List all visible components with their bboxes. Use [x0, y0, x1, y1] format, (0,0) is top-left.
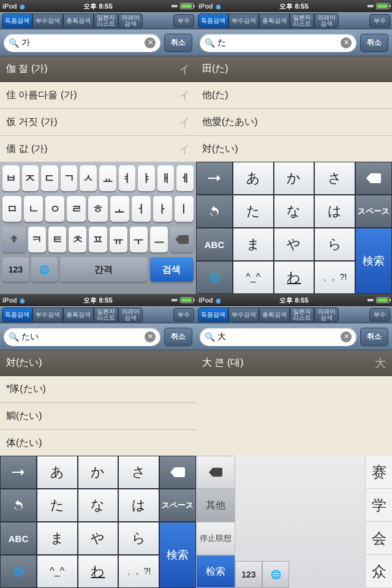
radical-button[interactable]: 부수	[173, 14, 194, 28]
key[interactable]: ㅊ	[69, 227, 86, 252]
key[interactable]: ㅕ	[119, 165, 136, 191]
key[interactable]: ら	[314, 228, 355, 261]
key[interactable]: た	[233, 195, 274, 228]
backspace-key[interactable]	[355, 162, 392, 195]
search-input[interactable]	[21, 38, 145, 48]
key[interactable]: ㅛ	[99, 165, 116, 191]
tab-loanword[interactable]: 외래어 검색	[118, 13, 143, 28]
key[interactable]: ^_^	[37, 555, 78, 588]
search-key[interactable]: 検索	[159, 522, 196, 588]
undo-key[interactable]	[196, 195, 233, 228]
tab-jp-list[interactable]: 일본자 리스트	[290, 307, 314, 322]
key[interactable]: ㅎ	[88, 196, 107, 222]
key[interactable]: な	[78, 489, 119, 522]
candidate[interactable]: 赛	[365, 456, 392, 489]
key[interactable]: さ	[118, 456, 159, 489]
key[interactable]: ㅋ	[28, 227, 46, 252]
key[interactable]: ㅁ	[2, 196, 21, 222]
search-input[interactable]	[217, 332, 341, 342]
candidate[interactable]: 众	[365, 555, 392, 588]
undo-key[interactable]	[0, 489, 37, 522]
key[interactable]: な	[274, 195, 315, 228]
clear-icon[interactable]: ✕	[341, 37, 352, 48]
key[interactable]: ㅣ	[175, 196, 194, 222]
space-key[interactable]: 간격	[60, 257, 148, 282]
key[interactable]: あ	[233, 162, 274, 195]
tab-radical-search[interactable]: 부수검색	[228, 13, 259, 28]
key[interactable]: ま	[37, 522, 78, 555]
key[interactable]: は	[118, 489, 159, 522]
tab-reading-search[interactable]: 독음검색	[198, 13, 228, 28]
key[interactable]: ㅌ	[48, 227, 66, 252]
search-key[interactable]: 检索	[196, 555, 235, 588]
tab-loanword[interactable]: 외래어 검색	[118, 307, 143, 322]
tab-reading-search[interactable]: 독음검색	[2, 13, 32, 28]
search-key[interactable]: 検索	[355, 228, 392, 294]
key[interactable]: か	[78, 456, 119, 489]
key[interactable]: ら	[118, 522, 159, 555]
backspace-key[interactable]	[159, 456, 196, 489]
key[interactable]: わ	[274, 261, 315, 294]
search-input[interactable]	[21, 332, 145, 342]
cancel-button[interactable]: 취소	[360, 328, 388, 346]
search-input[interactable]	[217, 38, 341, 48]
key[interactable]: 、。?!	[118, 555, 159, 588]
num-key[interactable]: 123	[2, 257, 29, 282]
globe-key[interactable]: 🌐	[262, 561, 289, 588]
tab-stroke-search[interactable]: 총획검색	[63, 13, 94, 28]
num-key[interactable]: 123	[235, 561, 262, 588]
key[interactable]: ㅇ	[45, 196, 64, 222]
clear-icon[interactable]: ✕	[145, 331, 156, 342]
backspace-key[interactable]	[170, 227, 194, 252]
key[interactable]: ㄱ	[61, 165, 78, 191]
key[interactable]: た	[37, 489, 78, 522]
key[interactable]: ㅅ	[80, 165, 97, 191]
key[interactable]: ㅈ	[22, 165, 39, 191]
key[interactable]: わ	[78, 555, 119, 588]
key[interactable]: は	[314, 195, 355, 228]
globe-key[interactable]: 🌐	[0, 555, 37, 588]
tab-reading-search[interactable]: 독음검색	[198, 307, 228, 322]
key[interactable]: ㄹ	[67, 196, 86, 222]
arrow-key[interactable]	[196, 162, 233, 195]
key[interactable]: ㅏ	[153, 196, 172, 222]
tab-radical-search[interactable]: 부수검색	[32, 307, 63, 322]
key[interactable]: ㅂ	[2, 165, 20, 191]
globe-key[interactable]: 🌐	[31, 257, 58, 282]
abc-key[interactable]: ABC	[196, 228, 233, 261]
tab-stroke-search[interactable]: 총획검색	[63, 307, 94, 322]
key[interactable]: ㅡ	[150, 227, 168, 252]
key[interactable]: や	[274, 228, 315, 261]
key[interactable]: ㄷ	[41, 165, 58, 191]
key[interactable]: 、。?!	[314, 261, 355, 294]
key[interactable]: ^_^	[233, 261, 274, 294]
key[interactable]: ㅑ	[138, 165, 155, 191]
tab-reading-search[interactable]: 독음검색	[2, 307, 32, 322]
radical-button[interactable]: 부수	[369, 14, 390, 28]
tab-radical-search[interactable]: 부수검색	[32, 13, 63, 28]
key[interactable]: ㅐ	[157, 165, 175, 191]
stop-predict-key[interactable]: 停止联想	[196, 522, 235, 555]
shift-key[interactable]	[2, 227, 26, 252]
tab-radical-search[interactable]: 부수검색	[228, 307, 259, 322]
search-field[interactable]: 🔍 ✕	[200, 34, 356, 52]
key[interactable]: あ	[37, 456, 78, 489]
tab-loanword[interactable]: 외래어 검색	[314, 307, 339, 322]
space-key[interactable]: スペース	[355, 195, 392, 228]
tab-stroke-search[interactable]: 총획검색	[259, 13, 290, 28]
candidate[interactable]: 学	[365, 489, 392, 522]
other-key[interactable]: 其他	[196, 489, 235, 522]
key[interactable]: か	[274, 162, 315, 195]
key[interactable]: ㅜ	[130, 227, 148, 252]
tab-jp-list[interactable]: 일본자 리스트	[290, 13, 314, 28]
key[interactable]: ㅔ	[176, 165, 194, 191]
cancel-button[interactable]: 취소	[164, 34, 192, 52]
tab-jp-list[interactable]: 일본자 리스트	[94, 307, 118, 322]
search-field[interactable]: 🔍 ✕	[4, 34, 160, 52]
tab-jp-list[interactable]: 일본자 리스트	[94, 13, 118, 28]
abc-key[interactable]: ABC	[0, 522, 37, 555]
key[interactable]: ㄴ	[24, 196, 43, 222]
arrow-key[interactable]	[0, 456, 37, 489]
backspace-key[interactable]	[196, 456, 235, 489]
search-field[interactable]: 🔍 ✕	[4, 328, 160, 346]
